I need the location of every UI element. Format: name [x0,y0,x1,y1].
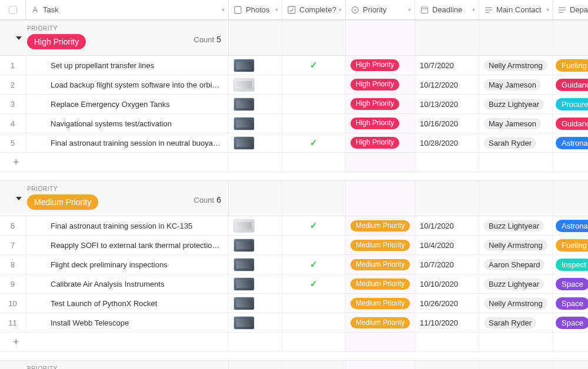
table-row[interactable]: 4 Navigational systems test/activation H… [0,114,588,133]
cell-deadline[interactable]: 10/7/2020 [415,255,479,274]
cell-contact[interactable]: Nelly Armstrong [479,56,553,75]
cell-deadline[interactable]: 10/12/2020 [415,75,479,94]
cell-photos[interactable] [229,114,282,133]
cell-photos[interactable] [229,133,282,152]
cell-contact[interactable]: Sarah Ryder [479,133,553,152]
column-header-contact[interactable]: Main Contact ▾ [479,0,553,19]
cell-task[interactable]: Flight deck preliminary inspections [26,255,229,274]
column-header-task[interactable]: A Task ▾ [26,0,229,19]
cell-contact[interactable]: Sarah Ryder [479,313,553,332]
group-value-pill[interactable]: Medium Priority [27,194,98,210]
cell-deadline[interactable]: 10/16/2020 [415,114,479,133]
cell-task[interactable]: Set up propellant transfer lines [26,56,229,75]
cell-dept[interactable]: Inspect [553,255,588,274]
cell-photos[interactable] [229,274,282,293]
cell-task[interactable]: Final astronaut training session in KC-1… [26,216,229,235]
cell-task[interactable]: Replace Emergency Oxygen Tanks [26,95,229,113]
cell-task[interactable]: Final astronaut training session in neut… [26,133,229,152]
column-header-dept[interactable]: Depa [553,0,588,19]
cell-complete[interactable]: ✓ [282,274,346,293]
cell-dept[interactable]: Fueling [553,56,588,75]
cell-dept[interactable]: Space [553,294,588,313]
cell-complete[interactable] [282,236,346,254]
cell-complete[interactable] [282,294,346,313]
column-header-priority[interactable]: Priority ▾ [346,0,415,19]
cell-complete[interactable] [282,313,346,332]
cell-contact[interactable]: Buzz Lightyear [479,274,553,293]
cell-dept[interactable]: Space [553,274,588,293]
cell-dept[interactable]: Fueling [553,236,588,254]
table-row[interactable]: 11 Install Webb Telescope Medium Priorit… [0,313,588,333]
cell-dept[interactable]: Astrona [553,216,588,235]
collapse-toggle[interactable] [15,195,22,202]
cell-priority[interactable]: Medium Priority [346,255,415,274]
add-row-button[interactable]: + [0,333,229,351]
cell-priority[interactable]: Medium Priority [346,294,415,313]
cell-complete[interactable]: ✓ [282,216,346,235]
cell-deadline[interactable]: 10/1/2020 [415,216,479,235]
cell-complete[interactable] [282,75,346,94]
table-row[interactable]: 10 Test Launch of PythonX Rocket Medium … [0,294,588,313]
cell-task[interactable]: Load backup flight system software into … [26,75,229,94]
cell-deadline[interactable]: 10/10/2020 [415,274,479,293]
table-row[interactable]: 5 Final astronaut training session in ne… [0,133,588,153]
cell-deadline[interactable]: 10/28/2020 [415,133,479,152]
cell-contact[interactable]: Buzz Lightyear [479,216,553,235]
cell-photos[interactable] [229,236,282,254]
add-row-button[interactable]: + [0,153,229,172]
cell-photos[interactable] [229,56,282,75]
table-row[interactable]: 3 Replace Emergency Oxygen Tanks High Pr… [0,95,588,114]
cell-photos[interactable] [229,95,282,113]
group-value-pill[interactable]: High Priority [27,34,86,49]
cell-contact[interactable]: Buzz Lightyear [479,95,553,113]
cell-dept[interactable]: Guidanc [553,114,588,133]
cell-complete[interactable]: ✓ [282,133,346,152]
cell-deadline[interactable]: 10/13/2020 [415,95,479,113]
cell-dept[interactable]: Astrona [553,133,588,152]
cell-priority[interactable]: Medium Priority [346,313,415,332]
cell-complete[interactable]: ✓ [282,255,346,274]
cell-task[interactable]: Test Launch of PythonX Rocket [26,294,229,313]
cell-photos[interactable] [229,255,282,274]
table-row[interactable]: 1 Set up propellant transfer lines ✓ Hig… [0,56,588,75]
cell-photos[interactable] [229,75,282,94]
cell-photos[interactable] [229,216,282,235]
cell-deadline[interactable]: 11/10/2020 [415,313,479,332]
cell-priority[interactable]: Medium Priority [346,216,415,235]
cell-task[interactable]: Install Webb Telescope [26,313,229,332]
collapse-toggle[interactable] [15,35,22,42]
cell-task[interactable]: Calibrate Air Analysis Instruments [26,274,229,293]
cell-priority[interactable]: Medium Priority [346,236,415,254]
column-header-deadline[interactable]: Deadline ▾ [415,0,479,19]
cell-contact[interactable]: May Jameson [479,114,553,133]
table-row[interactable]: 7 Reapply SOFI to external tank thermal … [0,236,588,255]
cell-dept[interactable]: Procure [553,95,588,113]
cell-complete[interactable] [282,95,346,113]
table-row[interactable]: 6 Final astronaut training session in KC… [0,216,588,236]
cell-priority[interactable]: High Priority [346,114,415,133]
cell-dept[interactable]: Guidanc [553,75,588,94]
column-header-complete[interactable]: Complete? ▾ [282,0,346,19]
cell-contact[interactable]: Nelly Armstrong [479,294,553,313]
cell-deadline[interactable]: 10/26/2020 [415,294,479,313]
cell-dept[interactable]: Space [553,313,588,332]
column-header-photos[interactable]: Photos ▾ [229,0,282,19]
cell-task[interactable]: Navigational systems test/activation [26,114,229,133]
table-row[interactable]: 9 Calibrate Air Analysis Instruments ✓ M… [0,274,588,294]
cell-priority[interactable]: Medium Priority [346,274,415,293]
cell-photos[interactable] [229,294,282,313]
cell-contact[interactable]: Aaron Shepard [479,255,553,274]
select-all-cell[interactable] [0,0,26,19]
cell-photos[interactable] [229,313,282,332]
table-row[interactable]: 2 Load backup flight system software int… [0,75,588,95]
cell-deadline[interactable]: 10/7/2020 [415,56,479,75]
cell-complete[interactable]: ✓ [282,56,346,75]
cell-priority[interactable]: High Priority [346,75,415,94]
cell-complete[interactable] [282,114,346,133]
cell-contact[interactable]: Nelly Armstrong [479,236,553,254]
cell-deadline[interactable]: 10/4/2020 [415,236,479,254]
cell-contact[interactable]: May Jameson [479,75,553,94]
table-row[interactable]: 8 Flight deck preliminary inspections ✓ … [0,255,588,274]
cell-task[interactable]: Reapply SOFI to external tank thermal pr… [26,236,229,254]
cell-priority[interactable]: High Priority [346,56,415,75]
